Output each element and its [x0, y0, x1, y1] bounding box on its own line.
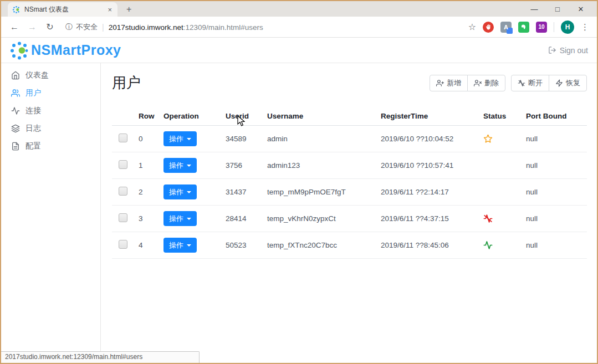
caret-down-icon — [187, 191, 191, 193]
row-checkbox[interactable] — [119, 187, 127, 196]
delete-user-button[interactable]: 删除 — [467, 75, 505, 91]
sidebar-item-dashboard[interactable]: 仪表盘 — [1, 66, 100, 84]
layers-icon — [11, 124, 20, 133]
disconnect-label: 断开 — [528, 78, 543, 88]
sidebar-label: 仪表盘 — [25, 70, 49, 80]
registertime-cell: 2019/6/11 ??4:37:15 — [381, 214, 483, 223]
user-plus-icon — [436, 79, 444, 87]
browser-menu-icon[interactable]: ⋮ — [581, 22, 589, 32]
recover-zap-icon — [555, 79, 563, 87]
purple-extension-badge: 10 — [538, 24, 544, 30]
portbound-cell: null — [526, 161, 587, 170]
bookmark-star-icon[interactable]: ☆ — [468, 22, 476, 32]
table-row: 1操作3756admin1232019/6/10 ??10:57:41null — [112, 152, 587, 179]
user-x-icon — [474, 79, 482, 87]
operation-dropdown-button[interactable]: 操作 — [163, 211, 197, 226]
table-header: Row Operation Userid Username RegisterTi… — [112, 107, 587, 126]
operation-dropdown-button[interactable]: 操作 — [163, 238, 197, 253]
sidebar-item-users[interactable]: 用户 — [1, 84, 100, 102]
purple-extension-icon[interactable]: 10 — [536, 22, 547, 33]
status-cell — [483, 214, 526, 223]
forward-icon[interactable]: → — [24, 22, 40, 32]
recover-label: 恢复 — [566, 78, 580, 88]
table-row: 4操作50523temp_fXTnc20C7bcc2019/6/11 ??8:4… — [112, 232, 587, 259]
operation-dropdown-button[interactable]: 操作 — [163, 131, 197, 146]
omnibox-separator: | — [102, 23, 104, 32]
row-checkbox[interactable] — [119, 213, 127, 222]
sidebar-label: 日志 — [25, 124, 41, 134]
delete-user-label: 删除 — [484, 78, 499, 88]
sign-out-button[interactable]: Sign out — [548, 46, 588, 55]
window-minimize-icon[interactable]: — — [523, 5, 546, 13]
row-index: 4 — [139, 241, 163, 249]
adblock-extension-icon[interactable] — [483, 22, 494, 33]
logout-icon — [548, 46, 556, 54]
sidebar-label: 配置 — [25, 141, 41, 151]
sidebar-item-config[interactable]: 配置 — [1, 137, 100, 155]
info-icon[interactable]: ⓘ — [65, 22, 73, 32]
userid-cell: 34589 — [226, 135, 267, 143]
users-icon — [11, 89, 20, 98]
caret-down-icon — [187, 244, 191, 247]
browser-tab[interactable]: NSmart 仪表盘 × — [8, 2, 117, 17]
portbound-cell: null — [526, 241, 587, 249]
row-index: 1 — [139, 161, 163, 170]
portbound-cell: null — [526, 214, 587, 223]
address-bar[interactable]: ⓘ 不安全 | 2017studio.imwork.net:12309/main… — [65, 22, 466, 32]
userid-cell: 3756 — [226, 161, 267, 170]
registertime-cell: 2019/6/10 ??10:04:52 — [381, 135, 483, 143]
browser-titlebar: NSmart 仪表盘 × + — □ ✕ — [1, 1, 597, 17]
row-checkbox[interactable] — [119, 240, 127, 249]
profile-avatar[interactable]: H — [561, 20, 574, 34]
row-checkbox[interactable] — [119, 160, 127, 169]
window-close-icon[interactable]: ✕ — [569, 5, 592, 13]
page-title: 用户 — [112, 73, 141, 93]
portbound-cell: null — [526, 188, 587, 196]
back-icon[interactable]: ← — [7, 22, 22, 32]
col-portbound: Port Bound — [526, 112, 587, 120]
row-checkbox[interactable] — [119, 134, 127, 142]
caret-down-icon — [187, 138, 191, 140]
brand-gear-icon — [10, 41, 29, 60]
sidebar-item-connections[interactable]: 连接 — [1, 102, 100, 120]
translate-extension-icon[interactable]: A — [500, 22, 512, 33]
caret-down-icon — [187, 218, 191, 220]
row-index: 3 — [139, 214, 163, 223]
operation-dropdown-button[interactable]: 操作 — [163, 158, 197, 173]
elephant-icon — [520, 24, 527, 30]
favicon-gear-icon — [12, 6, 21, 14]
recover-button[interactable]: 恢复 — [549, 75, 587, 91]
disconnected-status-icon — [483, 214, 493, 223]
browser-toolbar: ← → ↻ ⓘ 不安全 | 2017studio.imwork.net:1230… — [1, 17, 597, 38]
url-path: :12309/main.html#users — [183, 23, 263, 32]
connected-status-icon — [483, 240, 493, 250]
col-registertime: RegisterTime — [381, 112, 483, 120]
evernote-extension-icon[interactable] — [518, 22, 529, 33]
sidebar-label: 连接 — [25, 106, 41, 116]
new-tab-button[interactable]: + — [123, 4, 135, 14]
add-user-button[interactable]: 新增 — [430, 75, 468, 91]
status-cell — [483, 240, 526, 250]
disconnect-button[interactable]: 断开 — [511, 75, 549, 91]
userid-cell: 31437 — [226, 188, 267, 196]
reload-icon[interactable]: ↻ — [42, 22, 58, 32]
sidebar-item-logs[interactable]: 日志 — [1, 120, 100, 137]
brand-logo[interactable]: NSMartProxy — [10, 41, 121, 60]
username-cell: temp_mM9pPmOE7fgT — [267, 188, 381, 196]
caret-down-icon — [187, 165, 191, 167]
col-operation: Operation — [163, 112, 226, 120]
window-maximize-icon[interactable]: □ — [546, 5, 569, 13]
table-body: 0操作34589admin2019/6/10 ??10:04:52null1操作… — [112, 126, 587, 259]
sidebar-label: 用户 — [25, 88, 41, 98]
home-icon — [11, 71, 20, 80]
username-cell: temp_vKhrN0zypxCt — [267, 214, 381, 223]
main-content: 用户 新增 删除 — [101, 63, 597, 362]
col-row: Row — [139, 112, 163, 120]
username-cell: admin — [267, 135, 381, 143]
col-username: Username — [267, 112, 381, 120]
sign-out-label: Sign out — [560, 46, 588, 55]
table-row: 0操作34589admin2019/6/10 ??10:04:52null — [112, 126, 587, 152]
tab-close-icon[interactable]: × — [106, 6, 113, 14]
operation-dropdown-button[interactable]: 操作 — [163, 184, 197, 199]
tab-title: NSmart 仪表盘 — [24, 5, 103, 14]
